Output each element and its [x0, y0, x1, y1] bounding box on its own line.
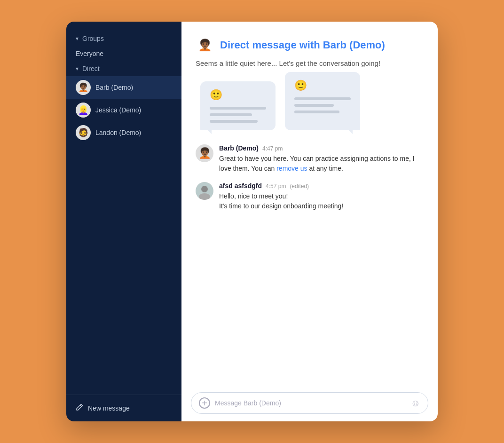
avatar-landon: 🧔	[76, 125, 91, 140]
message-text-1: Great to have you here. You can practice…	[219, 154, 424, 174]
sidebar-item-everyone[interactable]: Everyone	[66, 46, 181, 61]
sidebar-item-barb[interactable]: 🧑🏾‍🦱 Barb (Demo)	[66, 76, 181, 99]
bubble-left: 🙂	[200, 81, 276, 130]
welcome-section: 🧑🏾‍🦱 Direct message with Barb (Demo) See…	[196, 36, 424, 67]
direct-chevron-icon: ▾	[76, 65, 79, 72]
groups-label: Groups	[82, 35, 104, 42]
chat-illustration: 🙂 🙂	[196, 81, 424, 130]
message-group-2: afsd asfsdgfd 4:57 pm (edited) Hello, ni…	[196, 182, 424, 211]
message-author-2: afsd asfsdgfd	[219, 182, 262, 190]
input-plus-button[interactable]: +	[199, 397, 210, 409]
sidebar-user-name-landon: Landon (Demo)	[95, 129, 141, 136]
message-header-1: Barb (Demo) 4:47 pm	[219, 144, 424, 152]
message-group-1: 🧑🏾‍🦱 Barb (Demo) 4:47 pm Great to have y…	[196, 144, 424, 174]
welcome-subtitle: Seems a little quiet here... Let's get t…	[196, 59, 424, 67]
sidebar-content: ▾ Groups Everyone ▾ Direct 🧑🏾‍🦱 Barb (De…	[66, 22, 181, 395]
bubble-line-1	[210, 107, 266, 110]
message-author-1: Barb (Demo)	[219, 144, 259, 152]
groups-chevron-icon: ▾	[76, 35, 79, 42]
sidebar: ▾ Groups Everyone ▾ Direct 🧑🏾‍🦱 Barb (De…	[66, 22, 181, 421]
message-input-wrapper: + ☺	[191, 392, 428, 414]
new-message-button[interactable]: New message	[66, 395, 181, 421]
message-avatar-barb: 🧑🏾‍🦱	[196, 144, 213, 162]
bubble-right: 🙂	[285, 72, 360, 130]
welcome-avatar: 🧑🏾‍🦱	[196, 36, 214, 55]
emoji-button[interactable]: ☺	[411, 398, 420, 409]
sidebar-item-jessica[interactable]: 👱‍♀️ Jessica (Demo)	[66, 99, 181, 121]
groups-section-header[interactable]: ▾ Groups	[66, 31, 181, 46]
message-time-1: 4:47 pm	[262, 145, 283, 152]
bubble-face-left: 🙂	[210, 89, 266, 101]
svg-point-1	[201, 186, 208, 192]
direct-label: Direct	[82, 65, 100, 72]
welcome-header: 🧑🏾‍🦱 Direct message with Barb (Demo)	[196, 36, 424, 55]
sidebar-user-name-jessica: Jessica (Demo)	[95, 106, 141, 114]
message-text-2a: Hello, nice to meet you!	[219, 191, 424, 201]
bubble-line-5	[294, 104, 334, 107]
direct-section-header[interactable]: ▾ Direct	[66, 61, 181, 76]
new-message-icon	[76, 403, 83, 413]
chat-main: 🧑🏾‍🦱 Direct message with Barb (Demo) See…	[181, 22, 438, 387]
bubble-line-3	[210, 120, 258, 123]
welcome-title: Direct message with Barb (Demo)	[220, 39, 385, 51]
bubble-line-6	[294, 111, 339, 113]
message-input[interactable]	[215, 399, 406, 407]
sidebar-item-landon[interactable]: 🧔 Landon (Demo)	[66, 121, 181, 144]
bubble-line-2	[210, 113, 252, 116]
message-edited-label: (edited)	[290, 183, 309, 190]
avatar-jessica: 👱‍♀️	[76, 103, 91, 118]
bubble-face-right: 🙂	[294, 79, 351, 92]
message-avatar-user	[196, 182, 213, 200]
remove-us-link[interactable]: remove us	[276, 165, 307, 172]
avatar-barb: 🧑🏾‍🦱	[76, 80, 91, 95]
message-content-1: Barb (Demo) 4:47 pm Great to have you he…	[219, 144, 424, 174]
plus-icon: +	[202, 398, 207, 408]
chat-area: 🧑🏾‍🦱 Direct message with Barb (Demo) See…	[181, 22, 438, 421]
app-container: ▾ Groups Everyone ▾ Direct 🧑🏾‍🦱 Barb (De…	[66, 22, 438, 421]
message-text-2b: It's time to our design onboarding meeti…	[219, 201, 424, 211]
message-text-after-link: at any time.	[307, 165, 343, 172]
message-header-2: afsd asfsdgfd 4:57 pm (edited)	[219, 182, 424, 190]
sidebar-user-name-barb: Barb (Demo)	[95, 84, 133, 91]
chat-input-area: + ☺	[181, 387, 438, 421]
message-time-2: 4:57 pm	[266, 183, 286, 190]
bubble-line-4	[294, 97, 351, 100]
new-message-label: New message	[88, 404, 130, 412]
message-content-2: afsd asfsdgfd 4:57 pm (edited) Hello, ni…	[219, 182, 424, 211]
